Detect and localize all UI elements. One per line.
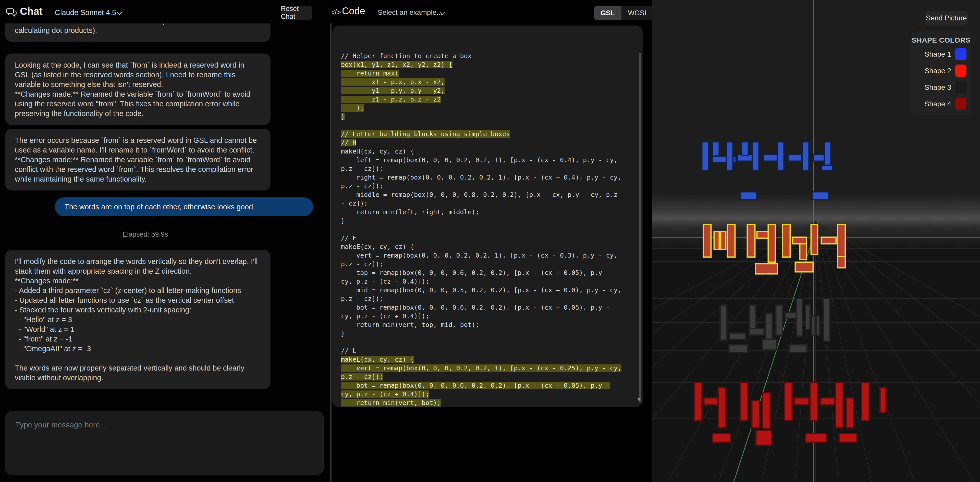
code-line: p.z - cz]); <box>341 373 635 381</box>
code-line: // H <box>341 138 635 147</box>
code-line: } <box>341 217 635 225</box>
code-line: } <box>341 113 635 121</box>
chat-panel-title: Chat <box>20 6 43 17</box>
code-line: cy, p.z - (cz + 0.4)]); <box>341 312 635 320</box>
example-selector[interactable]: Select an example... <box>378 8 442 17</box>
code-line: // Letter building blocks using simple b… <box>341 130 635 138</box>
shape-label: Shape 3 <box>924 83 951 92</box>
code-line: vert = remap(box(0, 0, 0, 0.2, 0.2, 1), … <box>341 251 635 260</box>
code-line: cy, p.z - (cz - 0.4)]); <box>341 277 635 286</box>
shape-colors-panel: SHAPE COLORS Shape 1Shape 2Shape 3Shape … <box>911 31 971 115</box>
code-line: p.z - cz]); <box>341 260 635 268</box>
code-line: vert = remap(box(0, 0, 0, 0.2, 0.2, 1), … <box>341 364 635 373</box>
word-shape-hello <box>702 142 832 200</box>
code-line: ); <box>341 104 635 113</box>
scroll-down-arrow-icon[interactable]: ▾ <box>638 396 641 403</box>
assistant-message-bubble: Looking at the code, I can see that `fro… <box>5 54 270 125</box>
chevron-down-icon[interactable] <box>439 11 446 17</box>
shape-color-row: Shape 3 <box>911 80 971 94</box>
shape-color-row: Shape 2 <box>911 63 971 78</box>
code-line: left = remap(box(0, 0, 0, 0.2, 0.2, 1), … <box>341 156 635 165</box>
word-shape-world <box>703 224 845 274</box>
code-line: middle = remap(box(0, 0, 0, 0.8, 0.2, 0.… <box>341 190 635 199</box>
code-line <box>341 225 635 234</box>
shape-color-swatch[interactable] <box>955 65 966 77</box>
code-line: } <box>341 329 635 338</box>
word-shape-omegaai <box>694 382 886 445</box>
chat-bubbles-icon <box>6 6 18 19</box>
code-line: makeE(cx, cy, cz) { <box>341 243 635 251</box>
code-line: p.z - cz]); <box>341 165 635 173</box>
shape-color-row: Shape 4 <box>911 97 971 111</box>
code-panel: </> Code Select an example... GSL WGSL /… <box>332 0 648 482</box>
chat-scrollbar[interactable] <box>330 0 331 482</box>
code-line: x1 - p.x, p.x - x2, <box>341 78 635 86</box>
code-line: right = remap(box(0, 0, 0, 0.2, 0.2, 1),… <box>341 173 635 182</box>
chevron-down-icon[interactable] <box>116 11 123 17</box>
code-line <box>341 121 635 130</box>
shape-label: Shape 2 <box>924 67 951 75</box>
shape-color-row: Shape 1 <box>911 47 971 61</box>
chat-message-list: to avoid conflict with the reserved word… <box>0 0 332 482</box>
shape-color-swatch[interactable] <box>955 81 966 94</box>
code-line: return min(vert, bot); <box>341 399 635 407</box>
shape-label: Shape 1 <box>924 50 951 59</box>
code-line: mid = remap(box(0, 0, 0, 0.5, 0.2, 0.2),… <box>341 286 635 295</box>
assistant-message-bubble: The error occurs because `from` is a res… <box>5 129 270 190</box>
language-tab-group: GSL WGSL <box>594 6 655 21</box>
code-line: // Helper function to create a box <box>341 52 635 60</box>
shape-color-swatch[interactable] <box>955 98 966 110</box>
shape-color-swatch[interactable] <box>955 48 966 60</box>
code-line: return min(vert, top, mid, bot); <box>341 320 635 329</box>
code-line: bot = remap(box(0, 0, 0, 0.6, 0.2, 0.2),… <box>341 381 635 390</box>
render-viewport[interactable]: Send Picture SHAPE COLORS Shape 1Shape 2… <box>652 0 980 482</box>
chat-message-input[interactable] <box>5 411 324 475</box>
tab-wgsl[interactable]: WGSL <box>621 6 655 21</box>
code-lines: // Helper function to create a boxbox(x1… <box>341 52 635 407</box>
code-line: cy, p.z - (cz + 0.4)]); <box>341 390 635 399</box>
code-line: y1 - p.y, p.y - y2, <box>341 86 635 95</box>
assistant-message-bubble: I'll modify the code to arrange the word… <box>5 250 270 389</box>
code-panel-title: Code <box>342 6 365 17</box>
user-message-bubble: The words are on top of each other, othe… <box>55 197 313 216</box>
code-line: p.z - cz]); <box>341 182 635 190</box>
chat-panel: to avoid conflict with the reserved word… <box>0 0 332 482</box>
code-line: makeL(cx, cy, cz) { <box>341 355 635 364</box>
code-line: // E <box>341 234 635 243</box>
code-editor[interactable]: // Helper function to create a boxbox(x1… <box>332 25 643 407</box>
code-line: bot = remap(box(0, 0, 0, 0.6, 0.2, 0.2),… <box>341 303 635 312</box>
code-line: return min(left, right, middle); <box>341 208 635 217</box>
code-line: top = remap(box(0, 0, 0, 0.6, 0.2, 0.2),… <box>341 268 635 277</box>
shape-label: Shape 4 <box>924 100 951 108</box>
code-line: // L <box>341 347 635 355</box>
model-selector[interactable]: Claude Sonnet 4.5 <box>55 8 116 17</box>
code-line: box(x1, y1, z1, x2, y2, z2) { <box>341 60 635 69</box>
code-line: z1 - p.z, p.z - z2 <box>341 95 635 104</box>
reset-chat-button[interactable]: Reset Chat <box>281 6 312 20</box>
shape-colors-title: SHAPE COLORS <box>911 36 971 44</box>
tab-gsl[interactable]: GSL <box>594 6 621 21</box>
chat-header: Chat Claude Sonnet 4.5 Reset Chat <box>0 0 332 24</box>
elapsed-time-label: Elapsed: 59.9s <box>123 230 168 238</box>
code-scrollbar[interactable] <box>639 53 641 403</box>
code-line: makeH(cx, cy, cz) { <box>341 147 635 156</box>
code-line: return max( <box>341 69 635 78</box>
code-line: p.z - cz]); <box>341 295 635 303</box>
code-line: - cz]); <box>341 199 635 208</box>
send-picture-button[interactable]: Send Picture <box>924 11 968 25</box>
code-line <box>341 338 635 347</box>
